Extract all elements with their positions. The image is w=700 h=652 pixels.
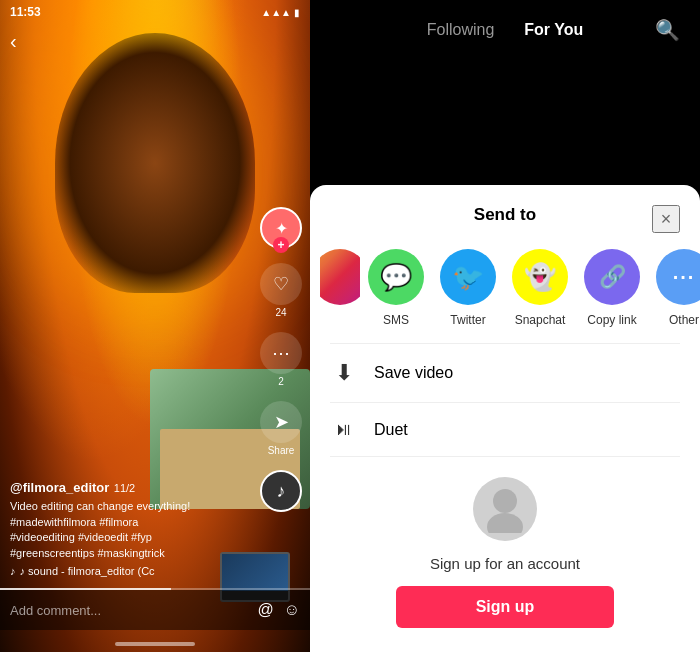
save-video-label: Save video [374,364,453,382]
music-row: ♪ ♪ sound - filmora_editor (Cc [10,565,250,577]
date: 11/2 [114,482,135,494]
music-text: ♪ sound - filmora_editor (Cc [20,565,155,577]
twitter-label: Twitter [450,313,485,327]
duet-label: Duet [374,421,408,439]
mention-icon[interactable]: @ [257,601,273,619]
copy-link-icon: 🔗 [584,249,640,305]
share-item-snapchat[interactable]: 👻 Snapchat [504,249,576,327]
svg-point-1 [487,513,523,533]
sms-icon: 💬 [368,249,424,305]
comment-bar: Add comment... @ ☺ [0,590,310,630]
signup-button[interactable]: Sign up [396,586,615,628]
share-icons-row: 💬 SMS 🐦 Twitter 👻 Snapchat 🔗 [310,241,700,343]
video-description: Video editing can change everything! #ma… [10,499,250,561]
status-icons: ▲▲▲ ▮ [261,7,300,18]
twitter-icon: 🐦 [440,249,496,305]
clock: 11:53 [10,5,41,19]
share-item-copylink[interactable]: 🔗 Copy link [576,249,648,327]
like-action[interactable]: ♡ 24 [260,263,302,318]
user-avatar [473,477,537,541]
sheet-header: Send to × [310,205,700,241]
share-icon[interactable]: ➤ [260,401,302,443]
instagram-icon [320,249,360,305]
profile-action[interactable]: ✦ + [260,207,302,249]
comment-action[interactable]: ⋯ 2 [260,332,302,387]
partial-share-item [320,249,360,327]
search-icon[interactable]: 🔍 [655,18,680,42]
save-icon: ⬇ [330,360,358,386]
sms-label: SMS [383,313,409,327]
music-disc-icon[interactable]: ♪ [260,470,302,512]
like-count: 24 [275,307,286,318]
status-bar: 11:53 ▲▲▲ ▮ [0,0,310,24]
share-item-other[interactable]: ··· Other [648,249,700,327]
left-panel: 11:53 ▲▲▲ ▮ ‹ ✦ + ♡ 24 ⋯ 2 ➤ Share ♪ [0,0,310,652]
music-note-icon: ♪ [10,565,16,577]
share-label: Share [268,445,295,456]
avatar-icon: ✦ [275,219,288,238]
battery-icon: ▮ [294,7,300,18]
sheet-close-button[interactable]: × [652,205,680,233]
back-button[interactable]: ‹ [10,30,17,53]
other-label: Other [669,313,699,327]
share-item-sms[interactable]: 💬 SMS [360,249,432,327]
comment-count: 2 [278,376,284,387]
wifi-icon: ▲▲▲ [261,7,291,18]
snapchat-label: Snapchat [515,313,566,327]
svg-point-0 [493,489,517,513]
comment-icons: @ ☺ [257,601,300,619]
home-indicator [115,642,195,646]
comment-icon[interactable]: ⋯ [260,332,302,374]
action-buttons: ✦ + ♡ 24 ⋯ 2 ➤ Share ♪ [260,207,302,512]
duet-icon: ⏯ [330,419,358,440]
video-subject [55,33,255,293]
nav-tabs: Following For You [427,21,584,39]
video-info: @filmora_editor 11/2 Video editing can c… [10,478,250,577]
right-panel: Following For You 🔍 Send to × 💬 SMS [310,0,700,652]
heart-icon[interactable]: ♡ [260,263,302,305]
tab-for-you[interactable]: For You [524,21,583,39]
save-video-row[interactable]: ⬇ Save video [310,344,700,402]
comment-input[interactable]: Add comment... [10,603,249,618]
music-disc[interactable]: ♪ [260,470,302,512]
top-nav: Following For You 🔍 [310,0,700,60]
tab-following[interactable]: Following [427,21,495,39]
share-action[interactable]: ➤ Share [260,401,302,456]
send-to-sheet: Send to × 💬 SMS 🐦 Twitter [310,185,700,652]
copy-link-label: Copy link [587,313,636,327]
username: @filmora_editor [10,480,109,495]
signup-prompt: Sign up for an account [430,555,580,572]
video-feed-area [310,60,700,185]
emoji-icon[interactable]: ☺ [284,601,300,619]
sheet-title: Send to [474,205,536,225]
signup-section: Sign up for an account Sign up [310,457,700,652]
share-item-twitter[interactable]: 🐦 Twitter [432,249,504,327]
avatar[interactable]: ✦ + [260,207,302,249]
other-icon: ··· [656,249,700,305]
user-silhouette [485,485,525,533]
snapchat-icon: 👻 [512,249,568,305]
follow-plus-badge: + [273,237,289,253]
duet-row[interactable]: ⏯ Duet [310,403,700,456]
